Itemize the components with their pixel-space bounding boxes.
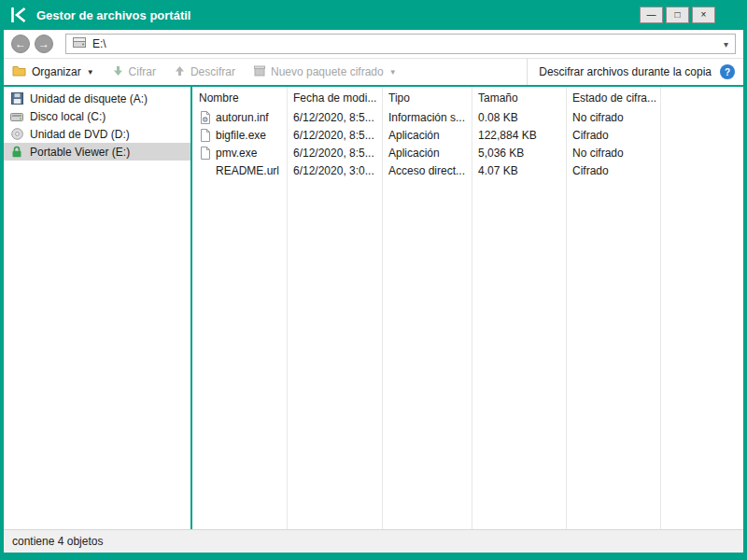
help-icon[interactable]: ? bbox=[720, 64, 735, 79]
sidebar-item-portable-viewer-e[interactable]: Portable Viewer (E:) bbox=[4, 143, 190, 161]
file-icon bbox=[199, 129, 211, 142]
table-row[interactable]: pmv.exe 6/12/2020, 8:5... Aplicación 5,0… bbox=[192, 144, 743, 161]
dvd-drive-icon bbox=[10, 128, 23, 140]
minimize-button[interactable]: — bbox=[640, 7, 663, 23]
file-size: 5,036 KB bbox=[472, 147, 566, 160]
address-bar[interactable]: E:\ ▾ bbox=[65, 34, 736, 54]
status-bar: contiene 4 objetos bbox=[4, 529, 743, 553]
organize-button[interactable]: Organizar ▼ bbox=[12, 65, 94, 79]
file-name: autorun.inf bbox=[216, 111, 269, 124]
back-button[interactable]: ← bbox=[11, 35, 30, 53]
package-icon bbox=[254, 65, 265, 79]
titlebar: Gestor de archivos portátil — □ × bbox=[0, 0, 747, 30]
file-type: Información s... bbox=[382, 111, 472, 124]
file-date: 6/12/2020, 3:0... bbox=[287, 164, 382, 177]
decrypt-button[interactable]: Descifrar bbox=[175, 65, 235, 79]
status-text: contiene 4 objetos bbox=[12, 535, 103, 548]
floppy-drive-icon bbox=[10, 92, 23, 105]
toolbar-right-group: Descifrar archivos durante la copia ? bbox=[527, 59, 735, 85]
decrypt-on-copy-label: Descifrar archivos durante la copia bbox=[539, 65, 712, 78]
column-header-type[interactable]: Tipo bbox=[382, 91, 472, 105]
forward-button[interactable]: → bbox=[35, 35, 53, 53]
main-content: Unidad de disquete (A:) Disco local (C:) bbox=[4, 87, 743, 529]
file-size: 4.07 KB bbox=[472, 164, 566, 177]
file-size: 0.08 KB bbox=[472, 111, 566, 124]
sidebar-item-label: Portable Viewer (E:) bbox=[30, 146, 130, 159]
kaspersky-logo-icon bbox=[9, 6, 28, 24]
portable-file-manager-window: Gestor de archivos portátil — □ × ← → E:… bbox=[0, 0, 747, 560]
file-icon bbox=[199, 147, 211, 160]
file-type: Aplicación bbox=[382, 129, 472, 142]
file-status: No cifrado bbox=[566, 111, 660, 124]
sidebar-item-floppy-a[interactable]: Unidad de disquete (A:) bbox=[4, 90, 190, 107]
file-status: Cifrado bbox=[566, 129, 660, 142]
column-header-size[interactable]: Tamaño bbox=[472, 91, 566, 105]
file-status: Cifrado bbox=[566, 164, 660, 177]
decrypt-arrow-up-icon bbox=[175, 65, 185, 79]
drive-icon bbox=[73, 37, 86, 50]
local-disk-icon bbox=[10, 111, 23, 121]
close-button[interactable]: × bbox=[692, 7, 715, 23]
encrypted-drive-lock-icon bbox=[10, 146, 23, 158]
file-type: Acceso direct... bbox=[382, 164, 472, 177]
sidebar-item-local-disk-c[interactable]: Disco local (C:) bbox=[4, 107, 190, 125]
table-row[interactable]: bigfile.exe 6/12/2020, 8:5... Aplicación… bbox=[192, 126, 743, 144]
file-status: No cifrado bbox=[566, 147, 660, 160]
folder-icon bbox=[12, 65, 26, 79]
file-name: pmv.exe bbox=[216, 147, 257, 160]
file-name: bigfile.exe bbox=[216, 129, 266, 142]
file-type: Aplicación bbox=[382, 147, 472, 160]
table-row[interactable]: autorun.inf 6/12/2020, 8:5... Informació… bbox=[192, 108, 743, 126]
window-controls: — □ × bbox=[640, 7, 715, 23]
address-path: E:\ bbox=[92, 37, 106, 50]
file-list-header: Nombre Fecha de modi... Tipo Tamaño Esta… bbox=[192, 87, 743, 108]
file-date: 6/12/2020, 8:5... bbox=[287, 147, 382, 160]
sidebar-item-label: Unidad de disquete (A:) bbox=[30, 92, 148, 105]
navigation-bar: ← → E:\ ▾ bbox=[4, 30, 743, 59]
drive-sidebar: Unidad de disquete (A:) Disco local (C:) bbox=[4, 87, 190, 529]
file-size: 122,884 KB bbox=[472, 129, 566, 142]
sidebar-item-label: Unidad de DVD (D:) bbox=[30, 128, 130, 141]
file-list-pane: Nombre Fecha de modi... Tipo Tamaño Esta… bbox=[192, 87, 743, 529]
table-row[interactable]: README.url 6/12/2020, 3:0... Acceso dire… bbox=[192, 161, 743, 179]
sidebar-item-label: Disco local (C:) bbox=[30, 110, 106, 123]
window-title: Gestor de archivos portátil bbox=[36, 8, 190, 22]
encrypt-button[interactable]: Cifrar bbox=[113, 65, 156, 79]
new-encrypted-package-button[interactable]: Nuevo paquete cifrado ▼ bbox=[254, 65, 397, 79]
encrypt-arrow-down-icon bbox=[113, 65, 123, 79]
maximize-button[interactable]: □ bbox=[666, 7, 689, 23]
address-dropdown-chevron-icon[interactable]: ▾ bbox=[724, 39, 728, 49]
app-body: ← → E:\ ▾ bbox=[4, 30, 743, 553]
toolbar: Organizar ▼ Cifrar bbox=[4, 59, 743, 87]
sidebar-item-dvd-d[interactable]: Unidad de DVD (D:) bbox=[4, 125, 190, 143]
column-header-status[interactable]: Estado de cifra... bbox=[566, 91, 660, 105]
file-date: 6/12/2020, 8:5... bbox=[287, 129, 382, 142]
column-header-date[interactable]: Fecha de modi... bbox=[287, 91, 382, 105]
file-date: 6/12/2020, 8:5... bbox=[287, 111, 382, 124]
caret-down-icon: ▼ bbox=[87, 68, 94, 77]
column-header-name[interactable]: Nombre bbox=[192, 91, 287, 105]
config-file-icon bbox=[199, 111, 211, 124]
caret-down-icon: ▼ bbox=[389, 68, 397, 77]
file-name: README.url bbox=[216, 164, 279, 177]
